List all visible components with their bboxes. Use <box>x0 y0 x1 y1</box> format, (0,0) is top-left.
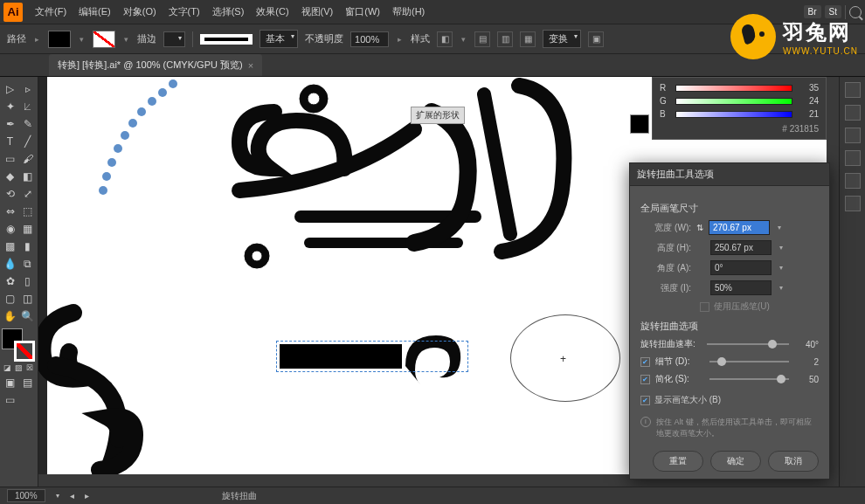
align-icon[interactable]: ▤ <box>474 31 490 47</box>
transform-button[interactable]: 变换 <box>543 30 581 48</box>
mesh-tool[interactable]: ▩ <box>2 238 18 254</box>
stroke-profile[interactable] <box>200 34 253 45</box>
isolate-icon[interactable]: ▣ <box>588 31 604 47</box>
paintbrush-tool[interactable]: 🖌 <box>19 150 36 167</box>
simplify-slider[interactable] <box>709 378 789 380</box>
lasso-tool[interactable]: ⟀ <box>19 98 36 114</box>
curvature-tool[interactable]: ✎ <box>19 115 36 132</box>
chevron-down-icon[interactable]: ▾ <box>78 35 86 44</box>
style-swatch[interactable]: ◧ <box>437 31 453 47</box>
slice-tool[interactable]: ◫ <box>19 290 36 307</box>
fill-swatch[interactable] <box>48 31 71 48</box>
channel-slider-r[interactable] <box>675 85 792 92</box>
eraser-tool[interactable]: ◧ <box>19 168 36 184</box>
brushes-panel-icon[interactable] <box>845 150 861 166</box>
dialog-title[interactable]: 旋转扭曲工具选项 <box>630 163 829 186</box>
menu-window[interactable]: 窗口(W) <box>340 2 385 22</box>
color-panel-swatch[interactable] <box>630 114 649 134</box>
channel-slider-g[interactable] <box>675 98 792 105</box>
brush-def-dropdown[interactable]: 基本 <box>260 30 298 48</box>
artboard-tool[interactable]: ▢ <box>2 290 18 307</box>
hand-tool[interactable]: ✋ <box>2 307 18 324</box>
menu-type[interactable]: 文字(T) <box>163 2 205 22</box>
shaper-tool[interactable]: ◆ <box>2 168 18 184</box>
zoom-level[interactable]: 100% <box>7 489 45 502</box>
magic-wand-tool[interactable]: ✦ <box>2 98 18 114</box>
align3-icon[interactable]: ▦ <box>520 31 536 47</box>
menu-select[interactable]: 选择(S) <box>207 2 250 22</box>
blend-tool[interactable]: ⧉ <box>19 255 36 272</box>
align2-icon[interactable]: ▥ <box>497 31 513 47</box>
type-tool[interactable]: T <box>2 133 18 149</box>
swatches-panel-icon[interactable] <box>845 128 861 143</box>
detail-slider[interactable] <box>709 361 789 362</box>
showsize-checkbox[interactable] <box>640 396 650 405</box>
eyedropper-tool[interactable]: 💧 <box>2 255 18 272</box>
perspective-tool[interactable]: ▦ <box>19 220 36 237</box>
chevron-down-icon[interactable]: ▾ <box>777 282 785 294</box>
draw-behind-icon[interactable]: ▤ <box>19 374 36 390</box>
document-tab[interactable]: 转换] [转换].ai* @ 100% (CMYK/GPU 预览) × <box>49 54 262 76</box>
height-input[interactable] <box>710 240 772 255</box>
chevron-down-icon[interactable]: ▾ <box>777 262 785 274</box>
symbols-panel-icon[interactable] <box>845 173 861 189</box>
gradient-tool[interactable]: ▮ <box>19 238 36 254</box>
shape-builder-tool[interactable]: ◉ <box>2 220 18 237</box>
screen-mode-icon[interactable]: ▭ <box>2 391 18 408</box>
stroke-color[interactable] <box>14 341 35 362</box>
fill-stroke-swatches[interactable] <box>2 328 35 362</box>
width-input[interactable] <box>709 220 770 235</box>
menu-edit[interactable]: 编辑(E) <box>73 2 116 22</box>
color-mode-icon[interactable]: ◪ <box>2 362 12 373</box>
menu-effect[interactable]: 效果(C) <box>251 2 294 22</box>
line-tool[interactable]: ╱ <box>19 133 36 149</box>
nav-prev-icon[interactable]: ◂ <box>70 491 74 501</box>
pen-tool[interactable]: ✒ <box>2 115 18 132</box>
chevron-down-icon[interactable]: ▾ <box>122 35 130 44</box>
column-graph-tool[interactable]: ▯ <box>19 273 36 289</box>
gradient-mode-icon[interactable]: ▨ <box>13 362 24 373</box>
direct-select-tool[interactable]: ▹ <box>19 80 36 97</box>
menu-view[interactable]: 视图(V) <box>296 2 339 22</box>
chevron-down-icon[interactable]: ▾ <box>460 35 467 44</box>
ok-button[interactable]: 确定 <box>710 451 761 472</box>
chevron-down-icon[interactable]: ▾ <box>775 222 784 234</box>
layers-panel-icon[interactable] <box>845 105 861 121</box>
channel-slider-b[interactable] <box>675 111 792 118</box>
selection-tool[interactable]: ▷ <box>2 80 18 97</box>
selection-bbox[interactable] <box>276 341 468 372</box>
opacity-input[interactable] <box>350 31 389 47</box>
chevron-down-icon[interactable]: ▾ <box>777 242 785 254</box>
angle-input[interactable] <box>710 260 772 275</box>
link-icon[interactable]: ⇅ <box>696 223 703 232</box>
height-label: 高度 (H): <box>640 242 691 254</box>
rectangle-tool[interactable]: ▭ <box>2 150 18 167</box>
tab-close-icon[interactable]: × <box>248 60 253 71</box>
zoom-tool[interactable]: 🔍 <box>19 307 36 324</box>
rotate-tool[interactable]: ⟲ <box>2 185 18 202</box>
color-panel[interactable]: R 35 G 24 B 21 # 231815 <box>652 77 827 140</box>
simplify-checkbox[interactable] <box>640 375 650 384</box>
detail-checkbox[interactable] <box>640 357 650 367</box>
info-icon: i <box>640 417 651 427</box>
chevron-down-icon[interactable]: ▾ <box>56 492 59 500</box>
properties-panel-icon[interactable] <box>845 82 861 98</box>
cancel-button[interactable]: 取消 <box>768 451 819 472</box>
free-transform-tool[interactable]: ⬚ <box>19 203 36 219</box>
width-tool[interactable]: ⇔ <box>2 203 18 219</box>
menu-object[interactable]: 对象(O) <box>118 2 162 22</box>
menu-help[interactable]: 帮助(H) <box>387 2 430 22</box>
chevron-icon[interactable]: ▸ <box>396 35 404 44</box>
stroke-panel-icon[interactable] <box>845 196 861 211</box>
menu-file[interactable]: 文件(F) <box>30 2 72 22</box>
scale-tool[interactable]: ⤢ <box>19 185 36 202</box>
rate-slider[interactable] <box>707 343 789 345</box>
intensity-input[interactable] <box>710 280 772 295</box>
reset-button[interactable]: 重置 <box>653 451 703 472</box>
none-mode-icon[interactable]: ☒ <box>24 362 35 373</box>
nav-next-icon[interactable]: ▸ <box>85 491 89 501</box>
draw-normal-icon[interactable]: ▣ <box>2 374 18 390</box>
symbol-sprayer-tool[interactable]: ✿ <box>2 273 18 289</box>
stroke-swatch[interactable] <box>93 31 115 48</box>
stroke-weight-dropdown[interactable] <box>163 31 185 47</box>
